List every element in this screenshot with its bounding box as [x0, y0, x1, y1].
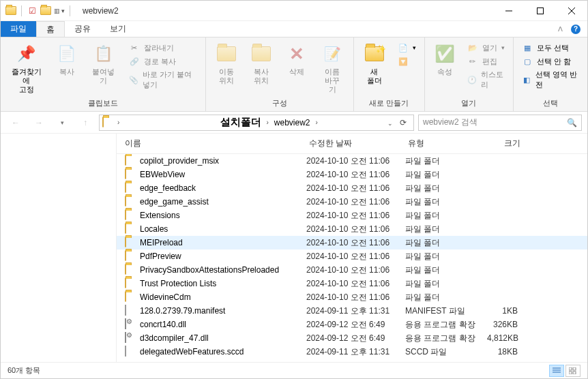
- close-button[interactable]: [556, 1, 587, 21]
- new-folder-button[interactable]: ✨새 폴더: [359, 40, 389, 88]
- dropdown-icon[interactable]: ⌄: [387, 120, 393, 127]
- copy-button[interactable]: 📄 복사: [53, 40, 81, 79]
- list-item[interactable]: copilot_provider_msix2024-10-10 오전 11:06…: [117, 154, 587, 168]
- properties-icon[interactable]: ☑: [26, 5, 38, 17]
- invert-icon: ◧: [522, 74, 531, 85]
- cell-type: 파일 폴더: [405, 292, 487, 303]
- maximize-button[interactable]: [525, 1, 556, 21]
- cell-date: 2024-10-10 오전 11:06: [306, 169, 405, 181]
- chevron-right-icon[interactable]: ›: [116, 119, 121, 126]
- cut-button[interactable]: ✂잘라내기: [126, 42, 200, 54]
- file-icon: [125, 346, 136, 357]
- chevron-right-icon[interactable]: ›: [265, 119, 270, 126]
- title-bar: ☑ ▥ ▾ webview2: [1, 1, 587, 21]
- breadcrumb[interactable]: webview2: [273, 118, 312, 127]
- search-input[interactable]: webview2 검색 🔍: [418, 115, 582, 131]
- edit-button[interactable]: ✏편집: [465, 55, 508, 67]
- cell-size: 4,812KB: [487, 333, 538, 343]
- select-all-button[interactable]: ▦모두 선택: [519, 42, 582, 54]
- back-button[interactable]: ←: [6, 115, 25, 131]
- search-placeholder: webview2 검색: [423, 117, 477, 128]
- new-item-button[interactable]: 📄▾: [395, 42, 419, 54]
- recent-locations-button[interactable]: ▾: [53, 115, 72, 131]
- list-item[interactable]: d3dcompiler_47.dll2024-09-12 오전 6:49응용 프…: [117, 331, 587, 345]
- moveto-icon: [216, 43, 237, 65]
- history-icon: 🕐: [467, 74, 477, 85]
- cell-name: copilot_provider_msix: [140, 156, 306, 166]
- up-button[interactable]: ↑: [76, 115, 95, 131]
- address-bar: ← → ▾ ↑ › 설치폴더 › webview2 › ⌄⟳ webview2 …: [1, 112, 587, 134]
- cell-name: PrivacySandboxAttestationsPreloaded: [140, 265, 306, 275]
- icons-view-button[interactable]: [565, 365, 580, 377]
- properties-icon: ✅: [434, 43, 456, 65]
- help-icon[interactable]: ?: [571, 25, 580, 34]
- list-item[interactable]: Locales2024-10-10 오전 11:06파일 폴더: [117, 222, 587, 236]
- list-item[interactable]: edge_feedback2024-10-10 오전 11:06파일 폴더: [117, 181, 587, 195]
- cell-type: 파일 폴더: [405, 251, 487, 262]
- svg-rect-7: [569, 367, 572, 370]
- cell-type: 응용 프로그램 확장: [405, 319, 487, 331]
- open-button[interactable]: 📂열기▾: [465, 42, 508, 54]
- chevron-right-icon[interactable]: ›: [314, 119, 319, 126]
- list-item[interactable]: 128.0.2739.79.manifest2024-09-11 오후 11:3…: [117, 304, 587, 318]
- navigation-pane[interactable]: [1, 134, 117, 362]
- delete-button[interactable]: ✕삭제: [282, 40, 312, 79]
- easyaccess-icon: 🔽: [398, 56, 409, 67]
- svg-rect-10: [573, 372, 576, 374]
- cell-size: 18KB: [487, 347, 538, 357]
- list-item[interactable]: Extensions2024-10-10 오전 11:06파일 폴더: [117, 209, 587, 222]
- search-icon[interactable]: 🔍: [567, 118, 577, 127]
- folder-icon: [125, 264, 136, 275]
- move-to-button[interactable]: 이동 위치: [211, 40, 241, 88]
- new-folder-icon[interactable]: [40, 5, 52, 17]
- pin-button[interactable]: 📌 즐겨찾기에 고정: [6, 40, 47, 97]
- rename-icon: 📝: [321, 43, 343, 65]
- rename-button[interactable]: 📝이름 바꾸기: [317, 40, 348, 97]
- cell-date: 2024-10-10 오전 11:06: [306, 224, 405, 235]
- column-name[interactable]: 이름: [125, 138, 309, 149]
- tab-file[interactable]: 파일: [1, 21, 36, 37]
- history-button[interactable]: 🕐히스토리: [465, 69, 508, 91]
- collapse-ribbon-icon[interactable]: ᐱ: [558, 25, 563, 33]
- cell-date: 2024-10-10 오전 11:06: [306, 264, 405, 276]
- cell-name: EBWebView: [140, 170, 306, 179]
- tab-home[interactable]: 홈: [36, 21, 65, 37]
- window-title: webview2: [77, 6, 119, 16]
- column-type[interactable]: 유형: [408, 138, 490, 149]
- forward-button[interactable]: →: [29, 115, 48, 131]
- easy-access-button[interactable]: 🔽: [395, 55, 419, 67]
- select-none-button[interactable]: ▢선택 안 함: [519, 55, 582, 67]
- cell-date: 2024-09-11 오후 11:31: [306, 346, 405, 358]
- list-item[interactable]: WidevineCdm2024-10-10 오전 11:06파일 폴더: [117, 290, 587, 304]
- column-size[interactable]: 크기: [490, 138, 541, 149]
- cell-name: MEIPreload: [140, 238, 306, 247]
- list-item[interactable]: delegatedWebFeatures.sccd2024-09-11 오후 1…: [117, 345, 587, 359]
- copy-to-button[interactable]: 복사 위치: [246, 40, 276, 88]
- refresh-icon[interactable]: ⟳: [400, 118, 407, 127]
- list-item[interactable]: PrivacySandboxAttestationsPreloaded2024-…: [117, 263, 587, 277]
- invert-selection-button[interactable]: ◧선택 영역 반전: [519, 69, 582, 91]
- paste-button[interactable]: 📋 붙여넣기: [87, 40, 121, 88]
- column-date[interactable]: 수정한 날짜: [309, 138, 408, 149]
- breadcrumb[interactable]: 설치폴더: [219, 116, 263, 129]
- cell-name: PdfPreview: [140, 252, 306, 261]
- list-item[interactable]: PdfPreview2024-10-10 오전 11:06파일 폴더: [117, 249, 587, 263]
- path-box[interactable]: › 설치폴더 › webview2 › ⌄⟳: [99, 115, 414, 131]
- minimize-button[interactable]: [493, 1, 525, 21]
- file-icon: [125, 305, 136, 316]
- cell-date: 2024-10-10 오전 11:06: [306, 251, 405, 262]
- cell-type: 파일 폴더: [405, 169, 487, 181]
- list-item[interactable]: MEIPreload2024-10-10 오전 11:06파일 폴더: [117, 236, 587, 249]
- cell-date: 2024-10-10 오전 11:06: [306, 210, 405, 222]
- list-item[interactable]: edge_game_assist2024-10-10 오전 11:06파일 폴더: [117, 195, 587, 209]
- details-view-button[interactable]: [549, 365, 564, 377]
- list-item[interactable]: concrt140.dll2024-09-12 오전 6:49응용 프로그램 확…: [117, 318, 587, 331]
- customize-icon[interactable]: ▥ ▾: [53, 5, 65, 17]
- properties-button[interactable]: ✅속성: [430, 40, 459, 79]
- tab-view[interactable]: 보기: [100, 21, 136, 37]
- copy-path-button[interactable]: 🔗경로 복사: [126, 55, 200, 67]
- list-item[interactable]: EBWebView2024-10-10 오전 11:06파일 폴더: [117, 168, 587, 181]
- tab-share[interactable]: 공유: [65, 21, 100, 37]
- list-item[interactable]: Trust Protection Lists2024-10-10 오전 11:0…: [117, 277, 587, 290]
- paste-shortcut-button[interactable]: 📎바로 가기 붙여넣기: [126, 69, 200, 91]
